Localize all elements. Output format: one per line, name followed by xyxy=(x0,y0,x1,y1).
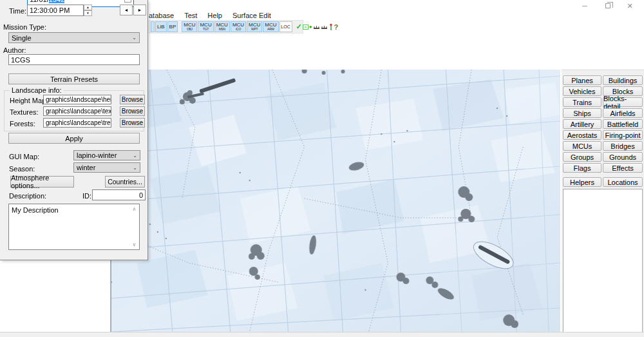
time-next-button[interactable]: ► xyxy=(133,5,146,15)
category-button-groups[interactable]: Groups xyxy=(563,152,601,162)
object-list-box[interactable] xyxy=(563,189,643,333)
category-button-ships[interactable]: Ships xyxy=(563,108,601,118)
category-button-firing-point[interactable]: Firing-point xyxy=(603,130,643,140)
category-button-locations[interactable]: Locations xyxy=(603,177,643,187)
status-bar xyxy=(0,332,644,337)
menu-item-surface-edit[interactable]: Surface Edit xyxy=(232,12,271,19)
dot-icon[interactable]: ● xyxy=(309,22,312,32)
category-button-grounds[interactable]: Grounds xyxy=(603,152,643,162)
mcu-filter-button-5[interactable]: MCUWPT xyxy=(247,21,262,32)
season-select[interactable]: winter⌄ xyxy=(73,162,140,173)
calendar-icon[interactable] xyxy=(124,0,131,3)
restore-button[interactable] xyxy=(598,0,618,12)
description-scrollbar[interactable]: ∧ ∨ xyxy=(130,205,138,249)
category-grid: Planes Buildings Vehicles Blocks Trains … xyxy=(563,75,643,173)
apply-button[interactable]: Apply xyxy=(8,133,140,144)
bp-button[interactable]: BP xyxy=(167,21,178,32)
mcu-filter-button-1[interactable]: MCUOBJ xyxy=(182,21,197,32)
category-button-vehicles[interactable]: Vehicles xyxy=(563,86,601,96)
season-label: Season: xyxy=(9,165,35,173)
menu-item-test[interactable]: Test xyxy=(184,12,197,19)
time-label: Time: xyxy=(9,7,26,15)
scroll-down-icon[interactable]: ∨ xyxy=(133,242,137,247)
height-map-browse-button[interactable]: Browse xyxy=(120,95,145,104)
partial-toolbar-button[interactable] xyxy=(151,21,155,32)
close-button[interactable]: ✕ xyxy=(620,0,640,12)
forests-label: Forests: xyxy=(10,120,35,128)
category-button-flags[interactable]: Flags xyxy=(563,163,601,173)
terrain-presets-button[interactable]: Terrain Presets xyxy=(8,73,140,84)
atmosphere-options-button[interactable]: Atmosphere options... xyxy=(10,176,74,188)
pin-icon[interactable] xyxy=(328,22,334,32)
textures-field[interactable]: graphics\landscape\textures. xyxy=(43,106,111,116)
date-value: 11/01/ xyxy=(30,0,49,3)
date-value-selected: 1942 xyxy=(49,0,64,3)
category-button-planes[interactable]: Planes xyxy=(563,75,601,85)
mission-type-label: Mission Type: xyxy=(3,23,46,31)
textures-browse-button[interactable]: Browse xyxy=(120,106,145,116)
airfield-icon-1[interactable] xyxy=(313,22,320,32)
textures-label: Textures: xyxy=(10,108,39,116)
height-map-label: Height Map: xyxy=(10,97,48,104)
spinner-down-icon[interactable]: ▼ xyxy=(84,10,92,16)
message-icon[interactable] xyxy=(303,22,308,32)
category-button-blocks-detail[interactable]: Blocks-detail xyxy=(603,97,643,107)
category-button-effects[interactable]: Effects xyxy=(603,163,643,173)
chevron-down-icon: ⌄ xyxy=(133,153,137,159)
author-field[interactable]: 1CGS xyxy=(8,54,140,65)
time-spinner[interactable]: ▲ ▼ xyxy=(84,5,92,16)
chevron-down-icon: ⌄ xyxy=(133,165,137,171)
minimize-button[interactable]: ─ xyxy=(574,0,595,12)
menu-bar: atabase Test Help Surface Edit xyxy=(149,10,271,20)
check-icon[interactable]: ✓ xyxy=(296,22,302,32)
gui-map-select[interactable]: lapino-winter⌄ xyxy=(73,150,140,160)
scroll-up-icon[interactable]: ∧ xyxy=(133,206,137,212)
minimize-icon: ─ xyxy=(582,2,587,10)
countries-button[interactable]: Countries... xyxy=(105,176,145,188)
map-canvas[interactable] xyxy=(111,70,560,332)
category-button-battlefield[interactable]: Battlefield xyxy=(603,119,643,129)
mcu-filter-button-4[interactable]: MCUICO xyxy=(231,21,246,32)
gui-map-label: GUI Map: xyxy=(9,153,39,160)
menu-item-help[interactable]: Help xyxy=(207,12,222,19)
id-label: ID: xyxy=(82,192,91,200)
lib-button[interactable]: LiB xyxy=(155,21,167,32)
forests-browse-button[interactable]: Browse xyxy=(120,118,145,128)
time-field[interactable]: 12:30:00 PM xyxy=(27,5,84,16)
menu-item-database[interactable]: atabase xyxy=(149,12,174,19)
right-arrow-icon: ► xyxy=(138,8,142,12)
mission-type-select[interactable]: Single⌄ xyxy=(8,32,140,43)
forests-field[interactable]: graphics\landscape\trees\wo xyxy=(43,118,111,128)
category-button-airfields[interactable]: Airfields xyxy=(603,108,643,118)
chevron-down-icon: ⌄ xyxy=(132,35,137,41)
mcu-filter-button-2[interactable]: MCUTGT xyxy=(198,21,213,32)
category-button-artillery[interactable]: Artillery xyxy=(563,119,601,129)
close-icon: ✕ xyxy=(627,2,632,10)
category-button-aerostats[interactable]: Aerostats xyxy=(563,130,601,140)
object-category-panel: Planes Buildings Vehicles Blocks Trains … xyxy=(562,70,644,337)
author-label: Author: xyxy=(3,46,26,54)
category-button-bridges[interactable]: Bridges xyxy=(603,141,643,151)
category-grid-footer: Helpers Locations xyxy=(563,177,643,187)
category-button-mcus[interactable]: MCUs xyxy=(563,141,601,151)
mcu-filter-button-6[interactable]: MCUARW xyxy=(263,21,278,32)
loc-button[interactable]: LOC xyxy=(279,21,292,32)
category-button-buildings[interactable]: Buildings xyxy=(603,75,643,85)
description-textarea[interactable]: My Description ∧ ∨ xyxy=(8,204,140,250)
category-button-trains[interactable]: Trains xyxy=(563,97,601,107)
restore-icon xyxy=(605,3,611,8)
description-label: Description: xyxy=(9,192,46,200)
mission-properties-dialog: 11/01/1942 Time: 12:30:00 PM ▲ ▼ ◄ ► Mis… xyxy=(0,0,148,260)
category-button-helpers[interactable]: Helpers xyxy=(563,177,601,187)
time-prev-button[interactable]: ◄ xyxy=(120,5,133,15)
left-arrow-icon: ◄ xyxy=(124,8,129,12)
spinner-up-icon[interactable]: ▲ xyxy=(84,5,92,10)
id-field[interactable]: 0 xyxy=(92,189,146,200)
height-map-field[interactable]: graphics\landscape\height.hi xyxy=(43,95,111,104)
landscape-group-label: Landscape info: xyxy=(10,86,64,94)
airfield-icon-2[interactable] xyxy=(321,22,328,32)
toolbar: LiB BP MCUOBJ MCUTGT MCUMSN MCUICO MCUWP… xyxy=(149,20,303,34)
mcu-filter-button-3[interactable]: MCUMSN xyxy=(214,21,230,32)
help-icon[interactable]: ? xyxy=(334,22,339,32)
